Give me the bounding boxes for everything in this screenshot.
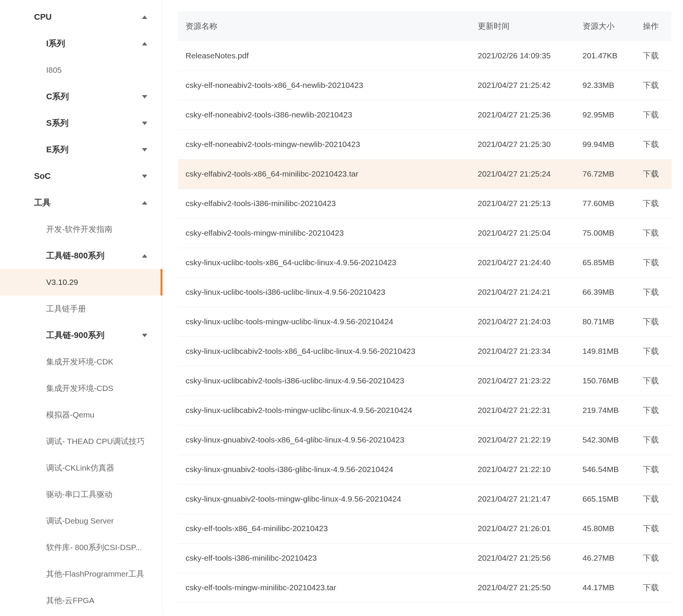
cell-resource-size: 546.54MB bbox=[575, 455, 636, 484]
resource-table: 资源名称 更新时间 资源大小 操作 ReleaseNotes.pdf2021/0… bbox=[178, 11, 672, 603]
download-link[interactable]: 下载 bbox=[643, 258, 659, 267]
sidebar-item-sim-qemu[interactable]: 模拟器-Qemu bbox=[0, 402, 162, 428]
sidebar-item-s-series[interactable]: S系列 bbox=[0, 110, 162, 136]
table-row: csky-elf-tools-i386-minilibc-20210423202… bbox=[178, 543, 672, 573]
cell-update-time: 2021/04/27 21:25:42 bbox=[470, 70, 575, 100]
cell-operation: 下载 bbox=[635, 277, 672, 307]
download-link[interactable]: 下载 bbox=[643, 524, 659, 533]
sidebar-item-other-fpga[interactable]: 其他-云FPGA bbox=[0, 587, 162, 614]
table-row: csky-linux-uclibcabiv2-tools-mingw-uclib… bbox=[178, 396, 672, 425]
sidebar-item-dbg-cklink[interactable]: 调试-CKLink仿真器 bbox=[0, 455, 162, 481]
table-row: csky-linux-uclibcabiv2-tools-x86_64-ucli… bbox=[178, 336, 672, 366]
cell-operation: 下载 bbox=[635, 189, 672, 218]
sidebar-label: 调试- THEAD CPU调试技巧 bbox=[46, 436, 145, 447]
sidebar-item-c-series[interactable]: C系列 bbox=[0, 83, 162, 110]
download-link[interactable]: 下载 bbox=[643, 140, 659, 149]
sidebar-item-dbg-thead[interactable]: 调试- THEAD CPU调试技巧 bbox=[0, 428, 162, 455]
download-link[interactable]: 下载 bbox=[643, 228, 659, 237]
sidebar-item-v31029[interactable]: V3.10.29 bbox=[0, 269, 162, 295]
sidebar-item-dbg-server[interactable]: 调试-Debug Server bbox=[0, 508, 162, 534]
sidebar-item-toolchain-manual[interactable]: 工具链手册 bbox=[0, 295, 162, 322]
cell-resource-size: 219.74MB bbox=[575, 396, 636, 425]
download-link[interactable]: 下载 bbox=[643, 110, 659, 119]
sidebar-item-drv-serial[interactable]: 驱动-串口工具驱动 bbox=[0, 481, 162, 508]
download-link[interactable]: 下载 bbox=[643, 317, 659, 326]
cell-update-time: 2021/04/27 21:25:04 bbox=[470, 218, 575, 248]
table-row: csky-elfabiv2-tools-x86_64-minilibc-2021… bbox=[178, 159, 672, 189]
sidebar-label: I系列 bbox=[46, 38, 142, 49]
cell-update-time: 2021/04/27 21:25:36 bbox=[470, 100, 575, 130]
cell-resource-size: 44.17MB bbox=[575, 573, 636, 602]
download-link[interactable]: 下载 bbox=[643, 376, 659, 385]
download-link[interactable]: 下载 bbox=[643, 51, 659, 60]
cell-update-time: 2021/02/26 14:09:35 bbox=[470, 41, 575, 70]
cell-operation: 下载 bbox=[635, 455, 672, 484]
download-link[interactable]: 下载 bbox=[643, 199, 659, 208]
cell-resource-name: csky-elfabiv2-tools-i386-minilibc-202104… bbox=[178, 189, 470, 218]
cell-resource-name: csky-elf-noneabiv2-tools-x86_64-newlib-2… bbox=[178, 70, 470, 100]
sidebar-item-tools[interactable]: 工具 bbox=[0, 189, 162, 216]
download-link[interactable]: 下载 bbox=[643, 435, 659, 444]
table-header-row: 资源名称 更新时间 资源大小 操作 bbox=[178, 11, 672, 41]
cell-resource-name: csky-linux-uclibcabiv2-tools-i386-uclibc… bbox=[178, 366, 470, 396]
table-row: csky-elfabiv2-tools-mingw-minilibc-20210… bbox=[178, 218, 672, 248]
download-link[interactable]: 下载 bbox=[643, 553, 659, 562]
chevron-up-icon bbox=[142, 42, 147, 45]
sidebar-item-i805[interactable]: I805 bbox=[0, 57, 162, 83]
download-link[interactable]: 下载 bbox=[643, 406, 659, 414]
download-link[interactable]: 下载 bbox=[643, 583, 659, 592]
cell-resource-size: 542.30MB bbox=[575, 425, 636, 455]
sidebar-item-ide-cdk[interactable]: 集成开发环境-CDK bbox=[0, 349, 162, 375]
sidebar-item-cpu[interactable]: CPU bbox=[0, 4, 162, 30]
sidebar-item-toolchain-900[interactable]: 工具链-900系列 bbox=[0, 322, 162, 349]
table-row: ReleaseNotes.pdf2021/02/26 14:09:35201.4… bbox=[178, 41, 672, 70]
download-link[interactable]: 下载 bbox=[643, 465, 659, 474]
cell-resource-name: csky-linux-uclibcabiv2-tools-x86_64-ucli… bbox=[178, 336, 470, 366]
main-content: 资源名称 更新时间 资源大小 操作 ReleaseNotes.pdf2021/0… bbox=[163, 0, 683, 614]
sidebar-label: V3.10.29 bbox=[46, 278, 78, 287]
sidebar-item-soc[interactable]: SoC bbox=[0, 163, 162, 189]
sidebar-item-e-series[interactable]: E系列 bbox=[0, 136, 162, 163]
cell-operation: 下载 bbox=[635, 425, 672, 455]
cell-update-time: 2021/04/27 21:25:24 bbox=[470, 159, 575, 189]
sidebar-label: CPU bbox=[34, 12, 142, 22]
cell-operation: 下载 bbox=[635, 70, 672, 100]
sidebar-item-dev-guide[interactable]: 开发-软件开发指南 bbox=[0, 216, 162, 242]
sidebar-label: 集成开发环境-CDK bbox=[46, 356, 113, 367]
sidebar-label: 开发-软件开发指南 bbox=[46, 224, 112, 235]
cell-resource-size: 665.15MB bbox=[575, 484, 636, 514]
download-link[interactable]: 下载 bbox=[643, 81, 659, 89]
cell-resource-name: csky-elf-tools-x86_64-minilibc-20210423 bbox=[178, 514, 470, 543]
sidebar-item-toolchain-800[interactable]: 工具链-800系列 bbox=[0, 242, 162, 269]
download-link[interactable]: 下载 bbox=[643, 347, 659, 355]
sidebar-item-i-series[interactable]: I系列 bbox=[0, 30, 162, 57]
cell-resource-size: 66.39MB bbox=[575, 277, 636, 307]
cell-operation: 下载 bbox=[635, 543, 672, 573]
table-row: csky-elf-noneabiv2-tools-i386-newlib-202… bbox=[178, 100, 672, 130]
sidebar-item-other-flash[interactable]: 其他-FlashProgrammer工具 bbox=[0, 561, 162, 587]
cell-resource-name: ReleaseNotes.pdf bbox=[178, 41, 470, 70]
col-header-name: 资源名称 bbox=[178, 11, 470, 41]
cell-operation: 下载 bbox=[635, 41, 672, 70]
chevron-down-icon bbox=[142, 95, 147, 98]
sidebar-label: C系列 bbox=[46, 91, 142, 102]
cell-resource-name: csky-linux-uclibc-tools-x86_64-uclibc-li… bbox=[178, 248, 470, 277]
sidebar-item-ide-cds[interactable]: 集成开发环境-CDS bbox=[0, 375, 162, 402]
download-link[interactable]: 下载 bbox=[643, 288, 659, 296]
cell-update-time: 2021/04/27 21:26:01 bbox=[470, 514, 575, 543]
table-row: csky-linux-gnuabiv2-tools-x86_64-glibc-l… bbox=[178, 425, 672, 455]
sidebar-item-lib-csi[interactable]: 软件库- 800系列CSI-DSP... bbox=[0, 534, 162, 561]
cell-resource-size: 76.72MB bbox=[575, 159, 636, 189]
cell-resource-size: 46.27MB bbox=[575, 543, 636, 573]
col-header-op: 操作 bbox=[635, 11, 672, 41]
cell-update-time: 2021/04/27 21:22:19 bbox=[470, 425, 575, 455]
cell-update-time: 2021/04/27 21:25:30 bbox=[470, 130, 575, 159]
cell-update-time: 2021/04/27 21:25:56 bbox=[470, 543, 575, 573]
table-row: csky-linux-gnuabiv2-tools-i386-glibc-lin… bbox=[178, 455, 672, 484]
sidebar-label: S系列 bbox=[46, 117, 142, 129]
col-header-time: 更新时间 bbox=[470, 11, 575, 41]
download-link[interactable]: 下载 bbox=[643, 169, 659, 178]
cell-resource-name: csky-linux-gnuabiv2-tools-x86_64-glibc-l… bbox=[178, 425, 470, 455]
download-link[interactable]: 下载 bbox=[643, 494, 659, 503]
table-row: csky-elf-noneabiv2-tools-x86_64-newlib-2… bbox=[178, 70, 672, 100]
